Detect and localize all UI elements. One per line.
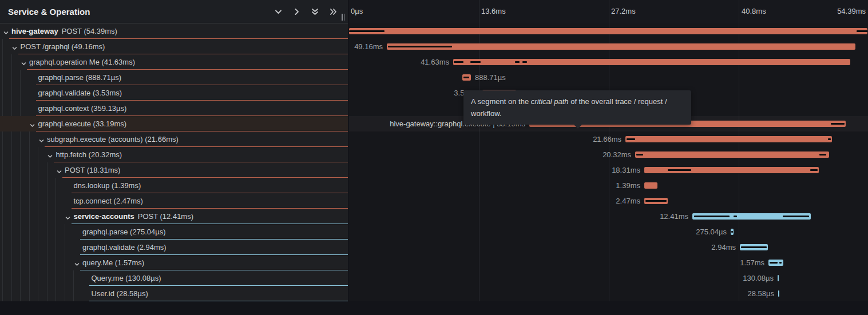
timeline-tick-label: 40.8ms <box>742 0 766 23</box>
expand-chevron-icon[interactable] <box>3 28 9 34</box>
span-operation-label: User.id (28.58µs) <box>92 286 148 301</box>
timeline-tick-label: 13.6ms <box>481 0 506 23</box>
span-row[interactable]: graphql.context (359.13µs) <box>0 101 348 116</box>
span-service-name: hive-gateway <box>11 27 58 35</box>
expand-chevron-icon[interactable] <box>11 43 18 50</box>
span-operation-label: graphql.parse (275.04µs) <box>82 224 166 240</box>
span-bar[interactable] <box>387 43 855 50</box>
span-bar[interactable] <box>778 275 779 281</box>
span-operation-label: graphql.validate (3.53ms) <box>38 85 122 101</box>
critical-path-segment[interactable] <box>810 169 818 171</box>
critical-path-segment[interactable] <box>454 61 463 63</box>
panel-resize-handle[interactable] <box>342 14 346 21</box>
collapse-one-icon[interactable] <box>274 7 283 16</box>
critical-path-segment[interactable] <box>831 123 845 125</box>
span-row[interactable]: dns.lookup (1.39ms) <box>0 178 348 193</box>
span-operation-label: subgraph.execute (accounts) (21.66ms) <box>47 131 179 147</box>
critical-path-segment[interactable] <box>349 30 385 32</box>
expand-chevron-icon[interactable] <box>47 151 53 158</box>
expand-chevron-icon[interactable] <box>56 167 62 173</box>
critical-path-segment[interactable] <box>731 231 733 233</box>
span-row[interactable]: hive-gatewayPOST (54.39ms) <box>0 23 348 39</box>
timeline-tick-label: 0µs <box>351 0 363 23</box>
span-operation-label: graphql.validate (2.94ms) <box>82 240 167 255</box>
span-bar[interactable] <box>349 28 867 34</box>
critical-path-segment[interactable] <box>770 262 778 264</box>
span-bar[interactable] <box>625 136 832 142</box>
critical-path-segment[interactable] <box>694 216 730 217</box>
critical-path-segment[interactable] <box>734 216 737 217</box>
critical-path-segment[interactable] <box>668 169 691 171</box>
span-row[interactable]: service-accountsPOST (12.41ms) <box>0 209 348 224</box>
span-operation-label: hive-gatewayPOST (54.39ms) <box>11 23 117 39</box>
expand-chevron-icon[interactable] <box>74 260 80 266</box>
timeline-tick-label: 54.39ms <box>837 0 866 23</box>
span-operation-label: graphql.execute (33.19ms) <box>38 116 127 131</box>
critical-path-segment[interactable] <box>645 200 667 202</box>
span-row[interactable]: graphql.validate (3.53ms) <box>0 85 348 101</box>
trace-viewer: 0µs13.6ms27.2ms40.8ms54.39ms Service & O… <box>0 0 868 315</box>
span-row[interactable]: subgraph.execute (accounts) (21.66ms) <box>0 131 348 147</box>
critical-path-segment[interactable] <box>627 138 635 140</box>
expand-chevron-icon[interactable] <box>21 59 27 65</box>
span-bar[interactable] <box>644 198 668 204</box>
tooltip-text-emphasis: critical path <box>531 97 569 106</box>
span-bar[interactable] <box>731 229 734 235</box>
span-operation-label: tcp.connect (2.47ms) <box>74 193 143 209</box>
span-row[interactable]: graphql.operation Me (41.63ms) <box>0 54 348 70</box>
collapse-all-icon[interactable] <box>311 7 319 16</box>
span-row[interactable]: http.fetch (20.32ms) <box>0 147 348 162</box>
span-operation-label: graphql.operation Me (41.63ms) <box>29 54 135 70</box>
span-row[interactable]: graphql.parse (275.04µs) <box>0 224 348 240</box>
span-bar[interactable] <box>462 74 471 81</box>
expand-all-icon[interactable] <box>329 7 338 16</box>
span-operation-label: graphql.parse (888.71µs) <box>38 70 122 85</box>
span-row[interactable]: graphql.parse (888.71µs) <box>0 70 348 85</box>
span-row[interactable]: User.id (28.58µs) <box>0 286 348 301</box>
span-operation-label: service-accountsPOST (12.41ms) <box>74 209 194 224</box>
span-row[interactable]: POST /graphql (49.16ms) <box>0 39 348 54</box>
span-row[interactable]: graphql.validate (2.94ms) <box>0 240 348 255</box>
span-bar[interactable] <box>740 244 768 250</box>
span-service-name: service-accounts <box>74 212 134 221</box>
expand-chevron-icon[interactable] <box>29 121 35 127</box>
span-row-separator <box>89 301 348 301</box>
span-row[interactable]: POST (18.31ms) <box>0 162 348 178</box>
span-operation-label: dns.lookup (1.39ms) <box>74 178 141 193</box>
timeline-tick-label: 27.2ms <box>611 0 636 23</box>
critical-path-segment[interactable] <box>741 246 767 248</box>
critical-path-segment[interactable] <box>857 30 867 32</box>
span-operation-label: Query.me (130.08µs) <box>92 270 161 286</box>
span-row[interactable]: graphql.execute (33.19ms) <box>0 116 348 131</box>
critical-path-segment[interactable] <box>463 77 469 78</box>
critical-path-segment[interactable] <box>388 46 452 47</box>
tooltip-text-prefix: A segment on the <box>471 97 531 106</box>
critical-path-segment[interactable] <box>636 154 643 155</box>
span-bar[interactable] <box>644 167 819 173</box>
critical-path-segment[interactable] <box>515 61 520 63</box>
critical-path-segment[interactable] <box>828 138 831 140</box>
span-bar[interactable] <box>692 213 811 220</box>
critical-path-segment[interactable] <box>779 262 782 264</box>
panel-title: Service & Operation <box>8 7 90 17</box>
span-bar[interactable] <box>644 182 657 189</box>
expand-chevron-icon[interactable] <box>38 136 45 142</box>
critical-path-segment[interactable] <box>522 61 527 63</box>
span-operation-label: http.fetch (20.32ms) <box>56 147 122 162</box>
span-bar[interactable] <box>778 290 779 297</box>
tree-toolbar <box>274 0 338 23</box>
span-row[interactable]: query.Me (1.57ms) <box>0 255 348 270</box>
span-operation-label: POST /graphql (49.16ms) <box>21 39 105 54</box>
expand-chevron-icon[interactable] <box>65 213 71 220</box>
critical-path-segment[interactable] <box>819 154 826 155</box>
span-bar[interactable] <box>635 151 829 158</box>
expand-one-icon[interactable] <box>292 7 301 16</box>
critical-path-segment[interactable] <box>783 216 809 217</box>
critical-path-segment[interactable] <box>470 61 481 63</box>
span-operation-label: graphql.context (359.13µs) <box>38 101 127 116</box>
span-bar[interactable] <box>768 260 783 266</box>
critical-path-tooltip: A segment on the critical path of the ov… <box>463 90 691 125</box>
span-row[interactable]: tcp.connect (2.47ms) <box>0 193 348 209</box>
span-row[interactable]: Query.me (130.08µs) <box>0 270 348 286</box>
span-bar[interactable] <box>453 59 850 65</box>
